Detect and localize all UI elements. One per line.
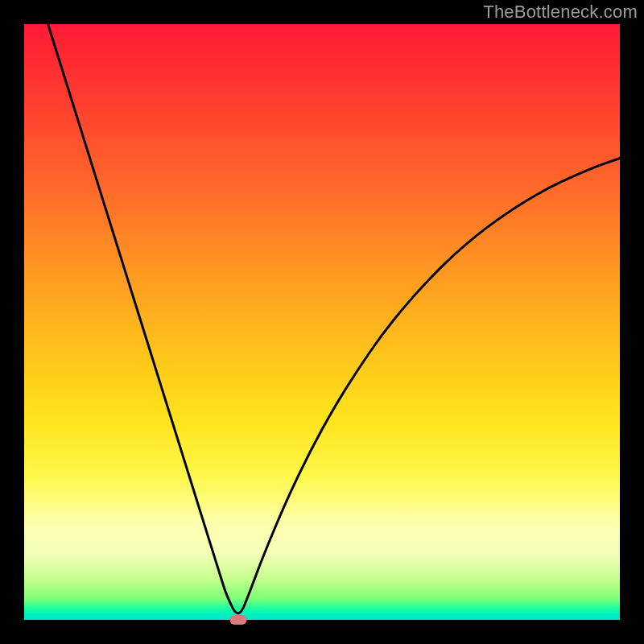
chart-frame: TheBottleneck.com bbox=[0, 0, 644, 644]
bottleneck-curve bbox=[24, 24, 620, 620]
plot-area bbox=[24, 24, 620, 620]
watermark-text: TheBottleneck.com bbox=[483, 2, 638, 23]
optimum-marker bbox=[230, 615, 247, 625]
